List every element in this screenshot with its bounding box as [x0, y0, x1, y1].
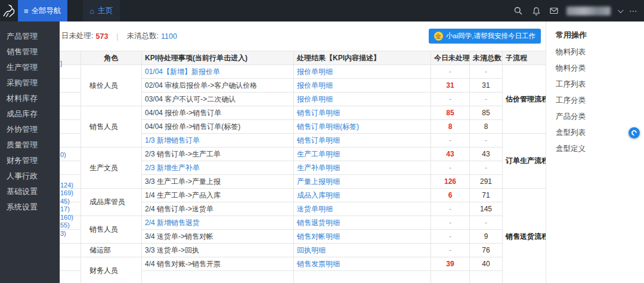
search-icon[interactable]: [513, 5, 524, 16]
sidebar-item-outsourcing-mgmt[interactable]: 外协管理: [0, 122, 60, 137]
unprocessed-label: 日未处理:: [61, 31, 93, 41]
header-today-unprocessed: 今日未处理: [431, 51, 470, 65]
result-link[interactable]: 报价单明细: [294, 79, 431, 93]
kpi-item[interactable]: 3/4 送货单->销售对帐: [142, 230, 294, 244]
panel-item-process-category[interactable]: 工序分类: [556, 93, 644, 109]
messages-icon[interactable]: [549, 5, 559, 16]
hamburger-icon: ≡: [24, 7, 29, 15]
more-options-icon[interactable]: ⋯: [629, 7, 638, 15]
total-count: 8: [470, 120, 503, 134]
result-link[interactable]: 成品入库明细: [294, 189, 431, 202]
result-link[interactable]: 回执明细: [294, 244, 431, 257]
table-row[interactable]: 生产文员2/3 销售订单->生产工单生产工单明细4343: [60, 147, 546, 161]
hidden-column-cell: [60, 134, 81, 147]
total-count: -: [470, 161, 503, 175]
sidebar-item-hr-admin[interactable]: 人事行政: [0, 168, 60, 184]
unprocessed-value: 573: [95, 32, 108, 41]
sidebar-item-product-mgmt[interactable]: 产品管理: [0, 29, 60, 44]
all-navigation-label: 全部导航: [32, 6, 61, 16]
sidebar-item-quality-mgmt[interactable]: 质量管理: [0, 137, 60, 153]
today-count: 8: [431, 120, 470, 134]
kpi-item[interactable]: 2/3 新增生产补单: [142, 161, 294, 175]
kpi-item[interactable]: 2/4 新增销售退货: [142, 216, 294, 230]
sidebar-item-finished-inventory[interactable]: 成品库存: [0, 106, 60, 122]
role-cell: 销售人员: [81, 106, 142, 147]
table-row[interactable]: 核价人员01/04【新增】新报价单报价单明细--估价管理流程: [60, 65, 546, 79]
result-link[interactable]: 生产补单明细: [294, 161, 431, 175]
kpi-item[interactable]: 02/04 审核后报价单->客户确认价格: [142, 79, 294, 93]
kpi-item[interactable]: [142, 271, 294, 283]
result-link[interactable]: 生产工单明细: [294, 147, 431, 161]
panel-item-material-category[interactable]: 物料分类: [556, 60, 644, 76]
all-navigation-button[interactable]: ≡ 全部导航: [18, 0, 67, 21]
app-window: ≡ 全部导航 ⌂ 主页 ⋯ 产品管理 销售管理 生产管理 采购管理: [0, 0, 644, 283]
today-count: 31: [431, 79, 470, 93]
sidebar-item-sales-mgmt[interactable]: 销售管理: [0, 44, 60, 60]
kpi-item[interactable]: 1/4 生产工单->产品入库: [142, 189, 294, 202]
chevron-down-icon[interactable]: [618, 7, 624, 13]
panel-item-boxtype-definition[interactable]: 盒型定义: [556, 141, 644, 157]
result-link[interactable]: 销售订单明细: [294, 106, 431, 120]
total-count: 9: [470, 230, 503, 244]
flow-cell: 估价管理流程: [503, 65, 546, 134]
total-count: 85: [470, 106, 503, 120]
kpi-item[interactable]: 3/3 生产工单->产量上报: [142, 175, 294, 189]
username-redacted[interactable]: [566, 7, 611, 16]
panel-item-process-list[interactable]: 工序列表: [556, 76, 644, 93]
hidden-column-cell: [60, 230, 81, 244]
role-cell: 财务人员: [81, 257, 142, 283]
result-link[interactable]: 销售对帐明细: [294, 230, 431, 244]
total-count: 291: [470, 175, 503, 189]
flow-cell: 销售送货流程: [503, 189, 546, 283]
kpi-item[interactable]: 2/4 销售订单->送货单: [142, 202, 294, 216]
hidden-column-cell: [60, 65, 81, 79]
table-header-row: 角色 KPI待处理事项(当前行单击进入) 处理结果【KPI内容描述】 今日未处理…: [60, 51, 546, 65]
today-count: -: [431, 202, 470, 216]
kpi-item[interactable]: 04/04 报价单->销售订单(标签): [142, 120, 294, 134]
kpi-item[interactable]: 2/3 销售订单->生产工单: [142, 147, 294, 161]
role-cell: 成品库管员: [81, 189, 142, 216]
table-row[interactable]: 销售人员2/4 新增销售退货销售退货明细--: [60, 216, 546, 230]
tab-home[interactable]: ⌂ 主页: [83, 0, 120, 21]
result-link[interactable]: 报价单明细: [294, 65, 431, 79]
kpi-item[interactable]: 1/3 新增销售订单: [142, 134, 294, 147]
total-count: -: [470, 216, 503, 230]
hidden-column-cell: [60, 175, 81, 189]
result-link[interactable]: 销售订单明细(标签): [294, 120, 431, 134]
kpi-table-body: 核价人员01/04【新增】新报价单报价单明细--估价管理流程02/04 审核后报…: [60, 65, 546, 283]
brand-logo-icon[interactable]: [0, 0, 18, 21]
sidebar-item-basic-settings[interactable]: 基础设置: [0, 184, 60, 199]
sidebar-item-system-settings[interactable]: 系统设置: [0, 199, 60, 215]
result-link[interactable]: 销售发票明细: [294, 257, 431, 271]
result-link[interactable]: 销售订单明细: [294, 134, 431, 147]
kpi-item[interactable]: 01/04【新增】新报价单: [142, 65, 294, 79]
notification-bell-icon[interactable]: [531, 5, 541, 16]
result-link[interactable]: 产量上报明细: [294, 175, 431, 189]
kpi-item[interactable]: 3/3 送货单->回执: [142, 244, 294, 257]
table-row[interactable]: 销售人员04/04 报价单->销售订单销售订单明细8585: [60, 106, 546, 120]
sidebar-item-finance-mgmt[interactable]: 财务管理: [0, 153, 60, 168]
sidebar-item-purchase-mgmt[interactable]: 采购管理: [0, 75, 60, 91]
total-count: 145: [470, 202, 503, 216]
panel-item-product-category[interactable]: 产品分类: [556, 109, 644, 125]
table-row[interactable]: 财务人员4/4 销售对账->销售开票销售发票明细3940: [60, 257, 546, 271]
result-link[interactable]: [294, 271, 431, 283]
floating-helper-button[interactable]: [628, 127, 640, 139]
table-row[interactable]: 成品库管员1/4 生产工单->产品入库成品入库明细671销售送货流程: [60, 189, 546, 202]
kpi-item[interactable]: 04/04 报价单->销售订单: [142, 106, 294, 120]
sidebar-item-material-inventory[interactable]: 材料库存: [0, 91, 60, 106]
result-link[interactable]: 送货单明细: [294, 202, 431, 216]
kpi-item[interactable]: 4/4 销售对账->销售开票: [142, 257, 294, 271]
total-count: [470, 271, 503, 283]
ai-assistant-button[interactable]: 金 小ai同学,请帮我安排今日工作: [429, 29, 541, 44]
hidden-column-cell: [60, 216, 81, 230]
sidebar-nav: 产品管理 销售管理 生产管理 采购管理 材料库存 成品库存 外协管理 质量管理 …: [0, 21, 60, 283]
today-count: -: [431, 65, 470, 79]
kpi-item[interactable]: 03/04 客户不认可->二次确认: [142, 93, 294, 106]
result-link[interactable]: 报价单明细: [294, 93, 431, 106]
table-row[interactable]: 储运部3/3 送货单->回执回执明细-76: [60, 244, 546, 257]
panel-item-material-list[interactable]: 物料列表: [556, 44, 644, 60]
result-link[interactable]: 销售退货明细: [294, 216, 431, 230]
sidebar-item-production-mgmt[interactable]: 生产管理: [0, 60, 60, 75]
hidden-column-cell: [60, 189, 81, 202]
